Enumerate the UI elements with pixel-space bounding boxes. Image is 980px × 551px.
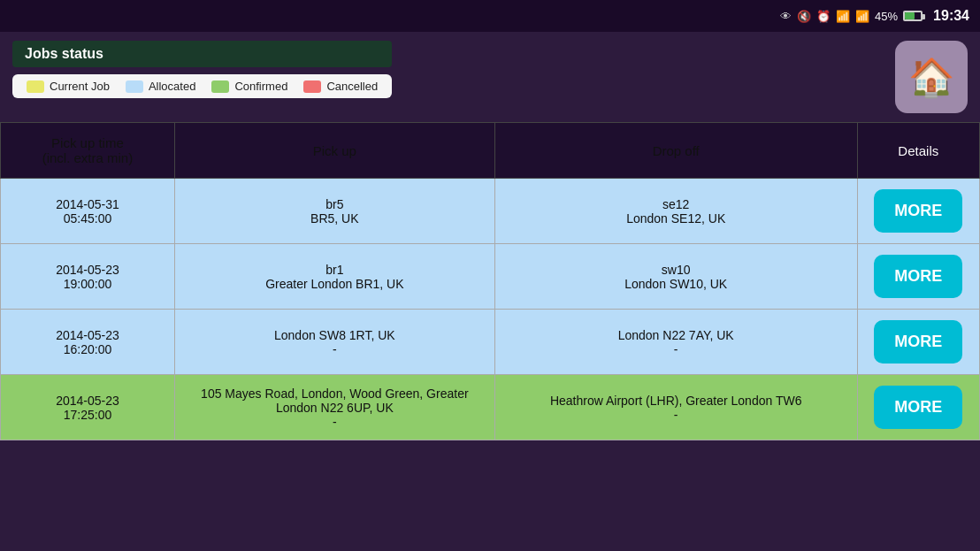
house-icon: 🏠 xyxy=(908,56,954,99)
legend-confirmed: Confirmed xyxy=(211,80,287,93)
signal-icon: 📶 xyxy=(855,10,869,23)
more-button-2[interactable]: MORE xyxy=(874,255,962,298)
legend: Current Job Allocated Confirmed Cancelle… xyxy=(12,74,392,98)
eye-icon: 👁 xyxy=(780,10,792,23)
pickup-time-1: 2014-05-3105:45:00 xyxy=(1,179,175,244)
more-button-1[interactable]: MORE xyxy=(874,189,962,233)
pickup-time-4: 2014-05-2317:25:00 xyxy=(1,375,175,440)
header: Jobs status Current Job Allocated Confir… xyxy=(0,32,980,122)
mute-icon: 🔇 xyxy=(797,10,811,23)
allocated-label: Allocated xyxy=(149,80,195,93)
pickup-2: br1Greater London BR1, UK xyxy=(174,244,494,310)
cancelled-label: Cancelled xyxy=(326,80,378,93)
dropoff-2: sw10London SW10, UK xyxy=(494,244,857,310)
more-button-4[interactable]: MORE xyxy=(874,386,962,429)
pickup-3: London SW8 1RT, UK- xyxy=(174,310,494,375)
alarm-icon: ⏰ xyxy=(816,10,831,23)
pickup-time-3: 2014-05-2316:20:00 xyxy=(1,310,175,375)
col-header-pickup-time: Pick up time(incl. extra min) xyxy=(1,123,175,179)
legend-current-job: Current Job xyxy=(27,80,110,93)
details-1: MORE xyxy=(857,179,979,244)
details-4: MORE xyxy=(857,375,979,440)
table-header-row: Pick up time(incl. extra min) Pick up Dr… xyxy=(1,123,980,179)
table-row: 2014-05-2316:20:00 London SW8 1RT, UK- L… xyxy=(1,310,980,375)
table-row: 2014-05-3105:45:00 br5BR5, UK se12London… xyxy=(1,179,980,244)
pickup-1: br5BR5, UK xyxy=(174,179,494,244)
table-body: 2014-05-3105:45:00 br5BR5, UK se12London… xyxy=(1,179,980,440)
dropoff-4: Heathrow Airport (LHR), Greater London T… xyxy=(494,375,857,440)
dropoff-1: se12London SE12, UK xyxy=(494,179,857,244)
cancelled-dot xyxy=(303,80,321,93)
pickup-4: 105 Mayes Road, London, Wood Green, Grea… xyxy=(174,375,494,440)
home-button[interactable]: 🏠 xyxy=(895,41,968,113)
dropoff-3: London N22 7AY, UK- xyxy=(494,310,857,375)
details-2: MORE xyxy=(857,244,979,310)
col-header-pickup: Pick up xyxy=(174,123,494,179)
table-row: 2014-05-2319:00:00 br1Greater London BR1… xyxy=(1,244,980,310)
header-left: Jobs status Current Job Allocated Confir… xyxy=(12,41,392,98)
table-row: 2014-05-2317:25:00 105 Mayes Road, Londo… xyxy=(1,375,980,440)
status-bar: 👁 🔇 ⏰ 📶 📶 45% 19:34 xyxy=(0,0,980,32)
confirmed-label: Confirmed xyxy=(234,80,287,93)
jobs-status-badge: Jobs status xyxy=(12,41,392,67)
status-time: 19:34 xyxy=(933,8,969,24)
battery-icon xyxy=(903,11,923,21)
more-button-3[interactable]: MORE xyxy=(874,320,962,364)
confirmed-dot xyxy=(211,80,229,93)
col-header-details: Details xyxy=(857,123,979,179)
pickup-time-2: 2014-05-2319:00:00 xyxy=(1,244,175,310)
legend-allocated: Allocated xyxy=(126,80,195,93)
current-job-label: Current Job xyxy=(50,80,110,93)
allocated-dot xyxy=(126,80,143,93)
col-header-dropoff: Drop off xyxy=(494,123,857,179)
current-job-dot xyxy=(27,80,44,93)
wifi-icon: 📶 xyxy=(836,10,850,23)
legend-cancelled: Cancelled xyxy=(303,80,378,93)
battery-percent: 45% xyxy=(875,10,898,23)
jobs-table: Pick up time(incl. extra min) Pick up Dr… xyxy=(0,122,980,440)
details-3: MORE xyxy=(857,310,979,375)
